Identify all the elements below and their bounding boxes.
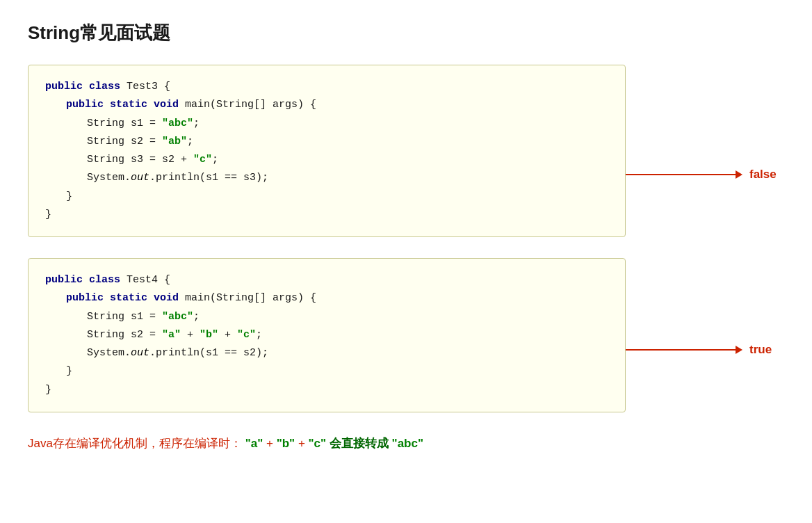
code-line-1-8: } bbox=[45, 206, 608, 224]
page-title: String常见面试题 bbox=[28, 21, 784, 45]
code-text: } bbox=[45, 384, 51, 396]
code-box-1: public class Test3 { public static void … bbox=[28, 65, 626, 237]
code-text: + bbox=[218, 329, 237, 341]
explanation-plus2: + bbox=[298, 437, 309, 450]
code-line-2-2: public static void main(String[] args) { bbox=[45, 289, 608, 307]
code-text: .println(s1 == s2); bbox=[149, 347, 268, 359]
code-italic: out bbox=[131, 347, 149, 359]
keyword: public static bbox=[66, 292, 147, 304]
code-line-1-5: String s3 = s2 + "c"; bbox=[45, 151, 608, 169]
string-literal: "a" bbox=[162, 329, 181, 341]
code-text: Test4 { bbox=[127, 274, 170, 286]
code-text: String s2 = bbox=[87, 136, 162, 147]
explanation-highlight: 会直接转成 bbox=[330, 437, 392, 450]
explanation-prefix: Java存在编译优化机制，程序在编译时： bbox=[28, 437, 242, 450]
code-line-1-6: System.out.println(s1 == s3); bbox=[45, 169, 608, 187]
code-line-2-4: String s2 = "a" + "b" + "c"; bbox=[45, 326, 608, 344]
explanation-result-quote: "abc" bbox=[392, 437, 423, 450]
code-line-2-3: String s1 = "abc"; bbox=[45, 308, 608, 326]
explanation: Java存在编译优化机制，程序在编译时： "a" + "b" + "c" 会直接… bbox=[28, 433, 784, 455]
arrow-line-1 bbox=[626, 174, 736, 175]
code-line-1-3: String s1 = "abc"; bbox=[45, 115, 608, 133]
explanation-plus1: + bbox=[266, 437, 277, 450]
code-text: ; bbox=[212, 154, 218, 166]
code-text: main(String[] args) { bbox=[185, 292, 316, 304]
code-line-2-6: } bbox=[45, 362, 608, 380]
code-text: ; bbox=[256, 329, 262, 341]
code-text: ; bbox=[193, 311, 200, 323]
code-line-1-4: String s2 = "ab"; bbox=[45, 133, 608, 151]
string-literal: "c" bbox=[237, 329, 256, 341]
arrow-2: true bbox=[626, 343, 784, 357]
keyword: public class bbox=[45, 274, 120, 286]
code-text: + bbox=[181, 329, 200, 341]
string-literal: "b" bbox=[200, 329, 218, 341]
code-text: String s1 = bbox=[87, 118, 162, 129]
explanation-quote3: "c" bbox=[309, 437, 327, 450]
keyword-void: void bbox=[154, 99, 179, 111]
code-line-1-7: } bbox=[45, 188, 608, 206]
string-literal: "abc" bbox=[162, 118, 193, 129]
code-line-1-1: public class Test3 { bbox=[45, 78, 608, 96]
arrow-head-2 bbox=[736, 346, 742, 354]
code-italic: out bbox=[131, 172, 149, 184]
code-text: String s1 = bbox=[87, 311, 162, 323]
code-box-2: public class Test4 { public static void … bbox=[28, 258, 626, 412]
string-literal: "abc" bbox=[162, 311, 193, 323]
explanation-quote2: "b" bbox=[277, 437, 295, 450]
code-text: System. bbox=[87, 172, 131, 184]
result-label-2: true bbox=[749, 343, 784, 357]
code-text: System. bbox=[87, 347, 131, 359]
code-text: String s2 = bbox=[87, 329, 162, 341]
code-text: Test3 { bbox=[127, 81, 170, 92]
code-line-2-1: public class Test4 { bbox=[45, 271, 608, 289]
code-text: ; bbox=[187, 136, 193, 147]
code-text: main(String[] args) { bbox=[185, 99, 316, 111]
code-section-2: public class Test4 { public static void … bbox=[28, 258, 784, 412]
code-text: ; bbox=[193, 118, 200, 129]
keyword: public class bbox=[45, 81, 120, 92]
keyword: public static bbox=[66, 99, 147, 111]
code-text: } bbox=[45, 209, 51, 220]
code-line-1-2: public static void main(String[] args) { bbox=[45, 96, 608, 114]
code-text: .println(s1 == s3); bbox=[149, 172, 268, 184]
keyword-void: void bbox=[154, 292, 179, 304]
code-text: } bbox=[66, 365, 72, 377]
arrow-head-1 bbox=[736, 170, 742, 179]
code-line-2-5: System.out.println(s1 == s2); bbox=[45, 344, 608, 362]
result-label-1: false bbox=[749, 168, 784, 182]
string-literal: "ab" bbox=[162, 136, 187, 147]
code-text: } bbox=[66, 191, 72, 202]
code-line-2-7: } bbox=[45, 381, 608, 399]
arrow-1: false bbox=[626, 168, 784, 182]
string-literal: "c" bbox=[193, 154, 212, 166]
code-section-1: public class Test3 { public static void … bbox=[28, 65, 784, 237]
arrow-line-2 bbox=[626, 349, 736, 351]
code-text: String s3 = s2 + bbox=[87, 154, 193, 166]
explanation-quote1: "a" bbox=[245, 437, 263, 450]
